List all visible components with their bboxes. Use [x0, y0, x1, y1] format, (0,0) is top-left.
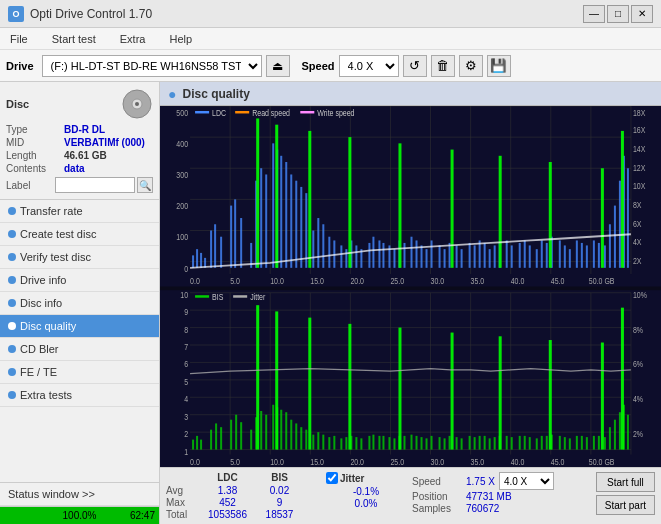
sidebar-item-verify-test-disc[interactable]: Verify test disc [0, 246, 159, 269]
avg-jitter: -0.1% [326, 486, 406, 497]
max-ldc: 452 [200, 497, 255, 508]
svg-rect-62 [411, 237, 413, 268]
svg-rect-38 [280, 156, 282, 268]
svg-point-2 [135, 102, 139, 106]
svg-text:45.0: 45.0 [551, 276, 565, 286]
svg-rect-225 [524, 436, 526, 450]
svg-rect-215 [469, 436, 471, 450]
svg-rect-57 [382, 243, 384, 268]
svg-rect-245 [256, 305, 259, 449]
nav-dot-extra-tests [8, 391, 16, 399]
nav-dot-disc-info [8, 299, 16, 307]
jitter-checkbox[interactable] [326, 472, 338, 484]
svg-text:2%: 2% [633, 429, 643, 439]
svg-text:14X: 14X [633, 144, 646, 154]
disc-mid-row: MID VERBATIMf (000) [6, 137, 153, 148]
menu-help[interactable]: Help [163, 31, 198, 47]
svg-rect-77 [494, 245, 496, 267]
svg-rect-70 [456, 245, 458, 267]
time-display: 62:47 [130, 507, 155, 524]
eject-button[interactable]: ⏏ [266, 55, 290, 77]
refresh-button[interactable]: ↺ [403, 55, 427, 77]
svg-text:40.0: 40.0 [511, 457, 525, 467]
speed-select-stat[interactable]: 4.0 X [499, 472, 554, 490]
svg-rect-173 [235, 415, 237, 450]
nav-label-disc-info: Disc info [20, 297, 62, 309]
svg-rect-241 [614, 420, 616, 450]
svg-rect-72 [469, 243, 471, 268]
status-window-button[interactable]: Status window >> [0, 483, 159, 506]
sidebar-item-disc-quality[interactable]: Disc quality [0, 315, 159, 338]
sidebar-item-disc-info[interactable]: Disc info [0, 292, 159, 315]
svg-rect-216 [474, 437, 476, 449]
sidebar-item-transfer-rate[interactable]: Transfer rate [0, 200, 159, 223]
close-button[interactable]: ✕ [631, 5, 653, 23]
svg-text:4%: 4% [633, 395, 643, 405]
svg-rect-47 [328, 237, 330, 268]
svg-rect-24 [200, 253, 202, 268]
sidebar-item-drive-info[interactable]: Drive info [0, 269, 159, 292]
svg-text:6: 6 [184, 360, 188, 370]
menu-file[interactable]: File [4, 31, 34, 47]
disc-contents-row: Contents data [6, 163, 153, 174]
svg-rect-209 [431, 436, 433, 450]
app-title: Opti Drive Control 1.70 [30, 7, 152, 21]
svg-text:100: 100 [176, 233, 188, 243]
erase-button[interactable]: 🗑 [431, 55, 455, 77]
nav-label-create-test: Create test disc [20, 228, 96, 240]
speed-select[interactable]: 4.0 X [339, 55, 399, 77]
maximize-button[interactable]: □ [607, 5, 629, 23]
title-bar: O Opti Drive Control 1.70 — □ ✕ [0, 0, 661, 28]
svg-rect-214 [461, 438, 463, 449]
disc-icon [121, 88, 153, 120]
svg-rect-138 [195, 111, 209, 113]
svg-rect-283 [233, 295, 247, 297]
svg-rect-82 [524, 240, 526, 267]
chart-header: ● Disc quality [160, 82, 661, 106]
position-value: 47731 MB [466, 491, 512, 502]
disc-label-button[interactable]: 🔍 [137, 177, 153, 193]
svg-rect-59 [393, 249, 395, 268]
svg-rect-252 [549, 340, 552, 450]
svg-rect-236 [586, 437, 588, 449]
speed-value-stat: 1.75 X [466, 476, 495, 487]
svg-rect-68 [444, 249, 446, 268]
sidebar-item-extra-tests[interactable]: Extra tests [0, 384, 159, 407]
speed-label: Speed [302, 60, 335, 72]
save-button[interactable]: 💾 [487, 55, 511, 77]
svg-rect-175 [250, 430, 252, 450]
svg-text:35.0: 35.0 [471, 276, 485, 286]
svg-text:20.0: 20.0 [350, 276, 364, 286]
svg-rect-167 [196, 436, 198, 450]
action-buttons: Start full Start part [596, 472, 655, 515]
disc-length-row: Length 46.61 GB [6, 150, 153, 161]
svg-rect-64 [421, 245, 423, 267]
svg-text:LDC: LDC [212, 108, 226, 118]
menu-extra[interactable]: Extra [114, 31, 152, 47]
settings-button[interactable]: ⚙ [459, 55, 483, 77]
svg-text:300: 300 [176, 170, 188, 180]
svg-rect-191 [333, 436, 335, 450]
svg-rect-213 [456, 437, 458, 449]
svg-rect-250 [451, 333, 454, 450]
sidebar-item-cd-bler[interactable]: CD Bler [0, 338, 159, 361]
sidebar-item-fe-te[interactable]: FE / TE [0, 361, 159, 384]
svg-rect-232 [564, 437, 566, 449]
app-icon: O [8, 6, 24, 22]
nav-dot-cd-bler [8, 345, 16, 353]
avg-label: Avg [166, 485, 198, 496]
menu-start-test[interactable]: Start test [46, 31, 102, 47]
svg-rect-231 [559, 436, 561, 450]
drive-select[interactable]: (F:) HL-DT-ST BD-RE WH16NS58 TST4 [42, 55, 262, 77]
start-part-button[interactable]: Start part [596, 495, 655, 515]
svg-text:45.0: 45.0 [551, 457, 565, 467]
svg-rect-41 [295, 181, 297, 268]
nav-dot-create [8, 230, 16, 238]
svg-rect-172 [230, 420, 232, 450]
disc-label-input[interactable] [55, 177, 135, 193]
sidebar-item-create-test-disc[interactable]: Create test disc [0, 223, 159, 246]
minimize-button[interactable]: — [583, 5, 605, 23]
svg-rect-80 [511, 245, 513, 267]
svg-rect-184 [295, 423, 297, 449]
start-full-button[interactable]: Start full [596, 472, 655, 492]
